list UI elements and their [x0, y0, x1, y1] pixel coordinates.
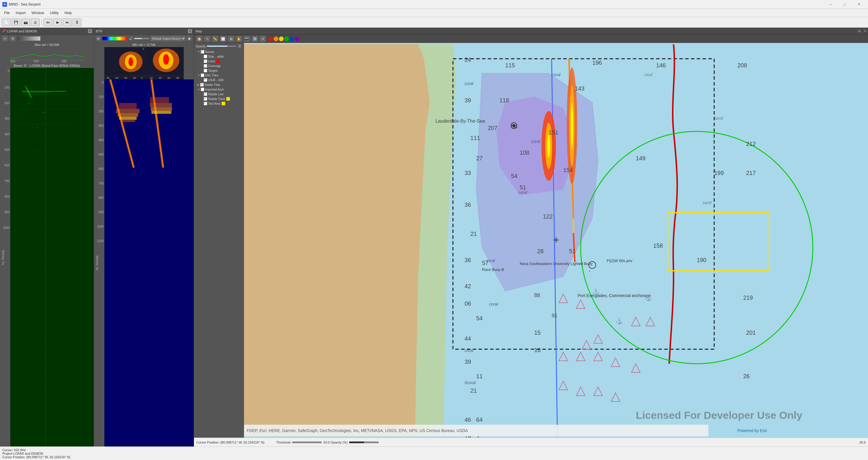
svg-text:42: 42 — [464, 283, 471, 289]
svg-text:Licensed For Developer Use Onl: Licensed For Developer Use Only — [636, 409, 802, 421]
map-color-orange[interactable] — [274, 36, 278, 41]
map-color-red[interactable] — [268, 36, 273, 41]
new-button[interactable]: 📄 — [2, 19, 10, 26]
threshold-slider[interactable] — [292, 441, 321, 443]
maximize-button[interactable]: □ — [838, 0, 851, 9]
opacity-slider[interactable] — [207, 46, 236, 47]
map-color-blue[interactable] — [289, 36, 294, 41]
layer-item-us4f[interactable]: ▶ US4F....000 — [194, 78, 244, 82]
screenshot-button[interactable]: 📷 — [21, 19, 30, 26]
project-label: Project LOFAR and DEMON — [2, 452, 866, 455]
map-toolbar: 🏠 ↖ 📏 ⬜ ⊞ ✋ 📷 🖼 ↺ — [194, 35, 868, 43]
svg-text:⚓: ⚓ — [645, 294, 652, 301]
svg-text:coral: coral — [464, 81, 473, 86]
btr-panel-header: BTR ✕ — [94, 28, 194, 35]
svg-text:154: 154 — [563, 167, 573, 173]
layer-item-coverage[interactable]: ▶ Coverage — [194, 63, 244, 68]
svg-text:coral: coral — [489, 302, 498, 307]
layer-item-test-area[interactable]: ▶ Test Area — [194, 101, 244, 106]
lofar-close-button[interactable]: ✕ — [88, 29, 92, 33]
layer-item-riptide-live[interactable]: ▶ Riptide Live — [194, 92, 244, 96]
map-color-yellow[interactable] — [279, 36, 284, 41]
lofar-settings-button[interactable]: ⚙ — [9, 36, 16, 41]
btr-volume-slider[interactable] — [134, 38, 149, 39]
svg-text:-60: -60 — [115, 77, 119, 79]
map-pan-button[interactable]: ✋ — [236, 36, 243, 42]
layer-item-riptide-track[interactable]: ▶ Riptide Track — [194, 96, 244, 101]
map-view[interactable]: 24 115 196 146 208 39 118 143 54 207 111… — [244, 43, 868, 438]
skip-back-button[interactable]: ⏮ — [43, 19, 52, 26]
print-button[interactable]: 🖨 — [31, 19, 40, 26]
svg-rect-14 — [16, 124, 75, 124]
lines-checkbox[interactable] — [204, 59, 207, 63]
y-label-800: 800 — [0, 195, 10, 198]
raster-checkbox[interactable] — [200, 83, 204, 86]
map-select-button[interactable]: ↖ — [204, 36, 211, 42]
lofar-pin-icon[interactable]: 📌 — [2, 29, 6, 33]
opacity-info-button[interactable]: ℹ — [237, 44, 242, 49]
map-refresh-button[interactable]: ↺ — [259, 36, 266, 42]
y-label-400: 400 — [0, 133, 10, 136]
svg-text:36: 36 — [464, 201, 471, 208]
imported-checkbox[interactable] — [201, 88, 204, 91]
map-camera-button[interactable]: 📷 — [243, 36, 250, 42]
test-area-checkbox[interactable] — [204, 102, 207, 105]
map-zoom-extent-button[interactable]: ⊞ — [227, 36, 235, 42]
svg-text:54: 54 — [511, 173, 517, 179]
layer-item-imported[interactable]: ▼ Imported Ascii — [194, 87, 244, 92]
us4f-label: US4F....000 — [208, 79, 223, 82]
settings-button[interactable]: 🎛 — [72, 19, 82, 26]
targets-checkbox[interactable] — [204, 69, 207, 73]
lofar-beam-label: Beam: 0° - LOFAR (Band-Pass 905Hz-935Hz) — [0, 63, 94, 68]
coverage-checkbox[interactable] — [204, 64, 207, 68]
btr-audio-device[interactable]: Default Output Device — [151, 36, 186, 41]
layer-item-lines[interactable]: ▶ Lines — [194, 59, 244, 63]
riptide-track-checkbox[interactable] — [204, 97, 207, 100]
layer-item-targets[interactable]: ▶ Targets — [194, 68, 244, 73]
btr-settings-button[interactable]: ⚙ — [96, 36, 101, 41]
window-controls: ─ □ ✕ — [824, 0, 866, 9]
svg-text:-80: -80 — [106, 77, 110, 79]
map-screenshot-button[interactable]: 🖼 — [251, 36, 258, 42]
map-measure-button[interactable]: 📏 — [212, 36, 219, 42]
us4f-checkbox[interactable] — [204, 78, 207, 82]
svg-rect-15 — [16, 139, 69, 139]
riptide-live-checkbox[interactable] — [204, 92, 207, 96]
skip-forward-button[interactable]: ⏭ — [63, 19, 72, 26]
svg-rect-8 — [37, 127, 38, 128]
svg-text:146: 146 — [656, 62, 666, 68]
map-home-button[interactable]: 🏠 — [196, 36, 203, 42]
minimize-button[interactable]: ─ — [824, 0, 837, 9]
survey-checkbox[interactable] — [201, 50, 204, 54]
btr-waterfall-svg — [104, 79, 194, 447]
lofar-add-button[interactable]: + — [2, 36, 8, 41]
ship-checkbox[interactable] — [204, 55, 207, 58]
save-button[interactable]: 💾 — [11, 19, 20, 26]
layer-item-raster[interactable]: ▶ Raster Files — [194, 82, 244, 87]
raster-label: Raster Files — [205, 83, 220, 86]
svg-text:+: + — [589, 269, 591, 272]
map-close-button[interactable]: ✕ — [864, 29, 866, 33]
layer-item-enc[interactable]: ▼ ENC Files — [194, 73, 244, 78]
btr-close-button[interactable]: ✕ — [188, 29, 192, 33]
menu-window[interactable]: Window — [29, 10, 47, 16]
btr-record-button[interactable]: ⏺ — [187, 36, 192, 41]
menu-help[interactable]: Help — [61, 10, 75, 16]
map-zoom-box-button[interactable]: ⬜ — [220, 36, 227, 42]
svg-text:40: 40 — [159, 77, 162, 79]
enc-checkbox[interactable] — [201, 74, 204, 77]
lofar-spectrum-top-container: 910 920 930 — [0, 47, 94, 63]
play-button[interactable]: ▶ — [53, 19, 62, 26]
map-color-green[interactable] — [284, 36, 289, 41]
map-expand-button[interactable]: ⊞ — [858, 29, 861, 33]
btr-bearing-svg: -80 -60 -40 -20 0 20 40 60 80 0 Bearing … — [104, 47, 184, 79]
map-color-purple[interactable] — [295, 36, 300, 41]
map-opacity-slider[interactable] — [349, 441, 379, 443]
menu-utility[interactable]: Utility — [47, 10, 61, 16]
close-button[interactable]: ✕ — [852, 0, 866, 9]
layer-item-ship[interactable]: ▶ Ship ...wfish — [194, 54, 244, 59]
menu-file[interactable]: File — [1, 10, 13, 16]
svg-text:111: 111 — [470, 135, 480, 141]
layer-item-survey[interactable]: ▼ Survey — [194, 50, 244, 54]
menu-import[interactable]: Import — [13, 10, 29, 16]
